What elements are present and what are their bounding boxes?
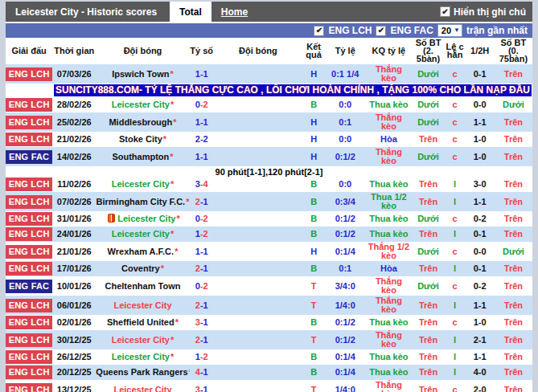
league-badge: ENG LCH <box>6 133 52 146</box>
eng-lch-checkbox[interactable]: ✔ <box>314 26 324 36</box>
home-team[interactable]: Southampton* <box>96 147 189 166</box>
score: 2-2 <box>190 132 214 147</box>
score: 1-1 <box>190 112 214 132</box>
score: 1-1 <box>190 147 214 166</box>
eng-fac-checkbox[interactable]: ✔ <box>376 26 386 36</box>
over-under-2-5: Trên <box>412 349 444 365</box>
away-goals: -2 <box>200 100 208 109</box>
match-date: 14/02/26 <box>52 147 96 166</box>
table-row: ENG LCH 21/02/26 Stoke City* 2-2 H 0:0 H… <box>6 132 532 147</box>
column-header: Số BT (2. 5bàn) <box>412 38 444 64</box>
odds-result: Thắng 1/2 kèo <box>365 242 412 261</box>
home-team[interactable]: Leicester City <box>96 296 189 315</box>
page-title: Leicester City - Historic scores <box>6 6 170 18</box>
away-team[interactable] <box>214 296 302 315</box>
team-name: Leicester City <box>112 335 170 345</box>
table-header-row: Giải đấuThời gianĐội bóngTỷ sốĐội bóngKế… <box>6 38 532 64</box>
match-count-select[interactable]: 20 ▼ <box>437 24 462 37</box>
tab-total[interactable]: Total <box>170 2 212 22</box>
home-team[interactable]: Leicester City* <box>96 97 189 112</box>
away-team[interactable] <box>214 147 302 166</box>
eng-lch-label: ENG LCH <box>328 25 372 36</box>
away-team[interactable] <box>214 380 302 392</box>
over-under-0-75: Trên <box>495 112 532 132</box>
away-team[interactable] <box>214 242 302 261</box>
home-team[interactable]: Leicester City <box>96 380 189 392</box>
result-letter: B <box>302 261 325 276</box>
away-team[interactable] <box>214 112 302 132</box>
away-team[interactable] <box>214 276 302 296</box>
half-time-score: 1-0 <box>466 132 495 147</box>
handicap-odds: 0:1 <box>325 261 365 276</box>
away-goals: -1 <box>200 152 208 161</box>
over-under-2-5: Dưới <box>412 64 444 84</box>
away-team[interactable] <box>214 97 302 112</box>
over-under-2-5: Trên <box>412 132 444 147</box>
score: 3-4 <box>190 177 214 192</box>
away-team[interactable] <box>214 227 302 242</box>
away-team[interactable] <box>214 349 302 365</box>
over-under-0-75: Trên <box>495 330 532 349</box>
odds-result: Hòa <box>365 132 412 147</box>
away-team[interactable] <box>214 177 302 192</box>
away-team[interactable] <box>214 365 302 380</box>
home-indicator-star: * <box>170 152 173 161</box>
table-row: ENG LCH 17/01/26 Coventry* 2-1 B 0:1 Hòa… <box>6 261 532 276</box>
home-team[interactable]: Leicester City* <box>96 227 189 242</box>
home-indicator-star: * <box>161 263 164 273</box>
home-team[interactable]: Coventry* <box>96 261 189 276</box>
result-letter: H <box>302 242 325 261</box>
show-notes-checkbox[interactable]: ✔ <box>440 6 450 17</box>
chevron-down-icon: ▼ <box>454 27 460 34</box>
away-team[interactable] <box>214 261 302 276</box>
league-badge: ENG LCH <box>6 316 52 329</box>
column-header: Đội bóng <box>96 38 189 64</box>
match-date: 20/12/25 <box>52 365 96 380</box>
home-team[interactable]: Leicester City* <box>96 330 189 349</box>
even-odd: l <box>445 177 466 192</box>
table-row: ENG LCH 30/12/25 Leicester City* 2-1 T 0… <box>6 330 532 349</box>
team-name: Birmingham City F.C. <box>97 197 186 206</box>
home-team[interactable]: Sheffield United* <box>96 315 189 330</box>
away-team[interactable] <box>214 330 302 349</box>
match-date: 21/01/26 <box>52 242 96 261</box>
home-team[interactable]: Wrexham A.F.C.* <box>96 242 189 261</box>
team-name: Cheltenham Town <box>105 281 181 291</box>
home-team[interactable]: Leicester City* <box>96 177 189 192</box>
result-letter: T <box>302 296 325 315</box>
even-odd: l <box>445 365 466 380</box>
over-under-2-5: Trên <box>412 315 444 330</box>
even-odd: l <box>445 349 466 365</box>
home-team[interactable]: Ipswich Town* <box>96 64 189 84</box>
home-team[interactable]: Middlesbrough* <box>96 112 189 132</box>
even-odd: c <box>445 315 466 330</box>
home-indicator-star: * <box>176 214 179 223</box>
away-team[interactable] <box>214 315 302 330</box>
home-indicator-star: * <box>189 367 190 377</box>
match-date: 10/01/26 <box>52 276 96 296</box>
match-date: 21/02/26 <box>52 132 96 147</box>
away-team[interactable] <box>214 132 302 147</box>
even-odd: l <box>445 296 466 315</box>
promo-banner[interactable]: SUNCITY888.COM- TỶ LỆ THẮNG CỰC CAO , LỐ… <box>54 84 532 96</box>
home-team[interactable]: Queens Park Rangers* <box>96 365 189 380</box>
column-header: Đội bóng <box>214 38 302 64</box>
home-team[interactable]: Leicester City* <box>96 349 189 365</box>
away-team[interactable] <box>214 192 302 211</box>
tab-home[interactable]: Home <box>212 2 257 22</box>
half-time-score: 2-1 <box>466 330 495 349</box>
column-header: Kết quả <box>302 38 325 64</box>
half-time-score: 1-0 <box>466 147 495 166</box>
result-letter: T <box>302 380 325 392</box>
home-indicator-star: * <box>186 197 189 206</box>
over-under-0-75: Trên <box>495 147 532 166</box>
away-team[interactable] <box>214 211 302 227</box>
away-team[interactable] <box>214 64 302 84</box>
league-badge: ENG LCH <box>6 178 52 191</box>
column-header: Lệ c hẵn <box>445 38 466 64</box>
home-team[interactable]: Cheltenham Town <box>96 276 189 296</box>
home-team[interactable]: Birmingham City F.C.* <box>96 192 189 211</box>
home-team[interactable]: Stoke City* <box>96 132 189 147</box>
home-team[interactable]: Leicester City* <box>96 211 189 227</box>
team-name: Leicester City <box>112 179 170 189</box>
